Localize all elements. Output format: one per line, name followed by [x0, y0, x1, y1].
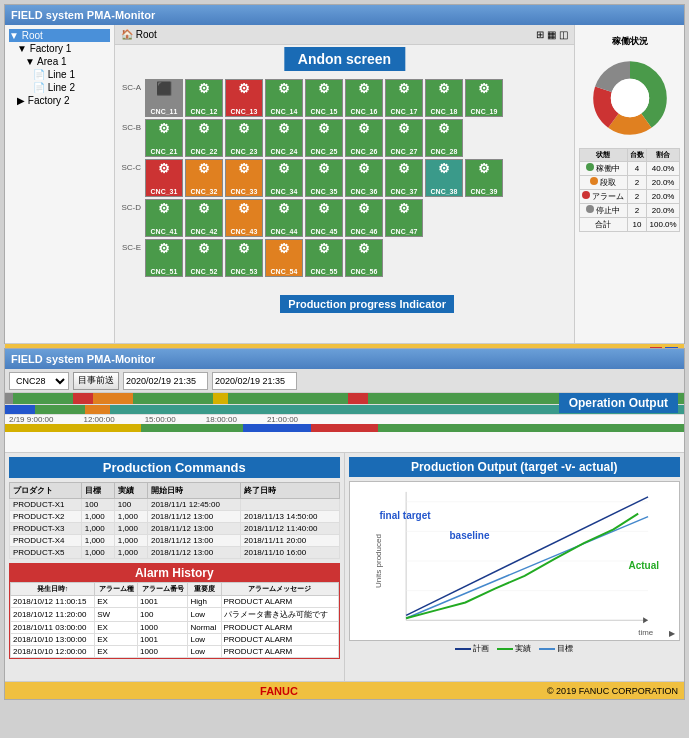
prod-start: 2018/11/12 13:00 [147, 547, 240, 559]
prod-product: PRODUCT-X1 [10, 499, 82, 511]
svg-text:time: time [638, 628, 654, 637]
machine-cell[interactable]: ⚙CNC_47 [385, 199, 423, 237]
legend-row-green: 稼働中 4 40.0% [580, 162, 680, 176]
legend-pct-orange: 20.0% [647, 176, 680, 190]
machine-cell[interactable]: ⚙CNC_16 [345, 79, 383, 117]
andon-row-a: SC-A ⬛CNC_11 ⚙CNC_12 ⚙CNC_13 ⚙CNC_14 ⚙CN… [119, 79, 570, 117]
machine-cell[interactable]: ⚙CNC_21 [145, 119, 183, 157]
tree-line1[interactable]: 📄 Line 1 [9, 68, 110, 81]
production-output-title: Production Output (target -v- actual) [349, 457, 681, 477]
toolbar-date2[interactable] [212, 372, 297, 390]
alarm-type: EX [95, 646, 138, 658]
top-title: FIELD system PMA-Monitor [11, 9, 155, 21]
production-commands-section: Production Commands プロダクト 目標 実績 開始日時 終了日… [5, 453, 345, 681]
legend-label-actual: 実績 [515, 643, 531, 654]
andon-btn1[interactable]: ⊞ [536, 29, 544, 40]
machine-cell[interactable]: ⚙CNC_19 [465, 79, 503, 117]
tree-area1[interactable]: ▼ Area 1 [9, 55, 110, 68]
stripe-green [141, 424, 243, 432]
machine-cell[interactable]: ⚙CNC_44 [265, 199, 303, 237]
prod-row: PRODUCT-X2 1,000 1,000 2018/11/12 13:00 … [10, 511, 340, 523]
toolbar-date1[interactable] [123, 372, 208, 390]
machine-cell[interactable]: ⚙CNC_14 [265, 79, 303, 117]
machine-cell[interactable]: ⚙CNC_22 [185, 119, 223, 157]
machine-cell[interactable]: ⚙CNC_24 [265, 119, 303, 157]
production-output-section: Production Output (target -v- actual) Un… [345, 453, 685, 681]
toolbar-btn1[interactable]: 目事前送 [73, 372, 119, 390]
alarm-row: 2018/10/12 11:20:00 SW 100 Low パラメータ書き込み… [11, 608, 339, 622]
bottom-titlebar: FIELD system PMA-Monitor [5, 349, 684, 369]
prod-actual: 1,000 [114, 535, 147, 547]
prod-end: 2018/11/11 20:00 [240, 535, 339, 547]
andon-btn3[interactable]: ◫ [559, 29, 568, 40]
bottom-fanuc-logo: FANUC [260, 685, 298, 697]
cnc-select[interactable]: CNC28 [9, 372, 69, 390]
machine-cell[interactable]: ⚙CNC_15 [305, 79, 343, 117]
machine-cell[interactable]: ⚙CNC_37 [385, 159, 423, 197]
machine-cell[interactable]: ⚙CNC_41 [145, 199, 183, 237]
time-0: 2/19 9:00:00 [9, 415, 53, 424]
machine-cell[interactable]: ⚙CNC_46 [345, 199, 383, 237]
svg-marker-11 [643, 617, 648, 623]
alarm-level: Low [188, 608, 221, 622]
machine-cell[interactable]: ⚙CNC_36 [345, 159, 383, 197]
machine-cell[interactable]: ⚙CNC_32 [185, 159, 223, 197]
bottom-panel-bottom-bar: FANUC © 2019 FANUC CORPORATION [5, 681, 684, 699]
machine-cell[interactable]: ⚙CNC_45 [305, 199, 343, 237]
prod-product: PRODUCT-X5 [10, 547, 82, 559]
machine-cell[interactable]: ⚙CNC_38 [425, 159, 463, 197]
andon-btn2[interactable]: ▦ [547, 29, 556, 40]
svg-point-4 [610, 79, 648, 117]
alarm-msg: PRODUCT ALARM [221, 596, 338, 608]
machine-cell[interactable]: ⚙CNC_39 [465, 159, 503, 197]
tree-line2[interactable]: 📄 Line 2 [9, 81, 110, 94]
prod-row: PRODUCT-X4 1,000 1,000 2018/11/12 13:00 … [10, 535, 340, 547]
machine-cell[interactable]: ⚙CNC_52 [185, 239, 223, 277]
legend-color-orange [590, 177, 598, 185]
gantt-bar-blue1 [5, 405, 35, 414]
machine-cell[interactable]: ⚙CNC_28 [425, 119, 463, 157]
machine-cell[interactable]: ⚙CNC_56 [345, 239, 383, 277]
row-label-c: SC-C [119, 163, 143, 172]
machine-cell[interactable]: ⚙CNC_18 [425, 79, 463, 117]
prod-product: PRODUCT-X2 [10, 511, 82, 523]
x-axis-label: ▶ [669, 629, 675, 638]
alarm-time: 2018/10/11 03:00:00 [11, 622, 95, 634]
machine-cell[interactable]: ⬛CNC_11 [145, 79, 183, 117]
tree-factory1[interactable]: ▼ Factory 1 [9, 42, 110, 55]
chart-panel: 稼働状況 状態 台数 割合 稼働中 [574, 25, 684, 343]
machine-cell[interactable]: ⚙CNC_51 [145, 239, 183, 277]
machine-cell[interactable]: ⚙CNC_35 [305, 159, 343, 197]
prod-start: 2018/11/12 13:00 [147, 523, 240, 535]
prod-actual: 100 [114, 499, 147, 511]
machine-cell[interactable]: ⚙CNC_33 [225, 159, 263, 197]
time-1: 12:00:00 [83, 415, 114, 424]
prod-row: PRODUCT-X3 1,000 1,000 2018/11/12 13:00 … [10, 523, 340, 535]
machine-cell[interactable]: ⚙CNC_26 [345, 119, 383, 157]
machine-cell[interactable]: ⚙CNC_54 [265, 239, 303, 277]
machine-cell[interactable]: ⚙CNC_13 [225, 79, 263, 117]
prod-actual: 1,000 [114, 511, 147, 523]
tree-root[interactable]: ▼ Root [9, 29, 110, 42]
machine-cell[interactable]: ⚙CNC_53 [225, 239, 263, 277]
machine-cell[interactable]: ⚙CNC_31 [145, 159, 183, 197]
machine-cell[interactable]: ⚙CNC_27 [385, 119, 423, 157]
machine-cell[interactable]: ⚙CNC_42 [185, 199, 223, 237]
andon-row-d: SC-D ⚙CNC_41 ⚙CNC_42 ⚙CNC_43 ⚙CNC_44 ⚙CN… [119, 199, 570, 237]
machine-cell[interactable]: ⚙CNC_34 [265, 159, 303, 197]
machine-cell[interactable]: ⚙CNC_23 [225, 119, 263, 157]
prod-col-target: 目標 [81, 483, 114, 499]
machine-cell[interactable]: ⚙CNC_17 [385, 79, 423, 117]
stripe-blue [243, 424, 311, 432]
machine-cell[interactable]: ⚙CNC_25 [305, 119, 343, 157]
legend-count-total: 10 [627, 218, 646, 232]
machine-cell[interactable]: ⚙CNC_43 [225, 199, 263, 237]
machine-cell[interactable]: ⚙CNC_12 [185, 79, 223, 117]
machine-cell[interactable]: ⚙CNC_55 [305, 239, 343, 277]
gantt-bar-yellow1 [213, 393, 228, 404]
alarm-msg: PRODUCT ALARM [221, 646, 338, 658]
prod-target: 100 [81, 499, 114, 511]
alarm-num: 100 [138, 608, 188, 622]
final-target-label: final target [380, 510, 431, 521]
tree-factory2[interactable]: ▶ Factory 2 [9, 94, 110, 107]
